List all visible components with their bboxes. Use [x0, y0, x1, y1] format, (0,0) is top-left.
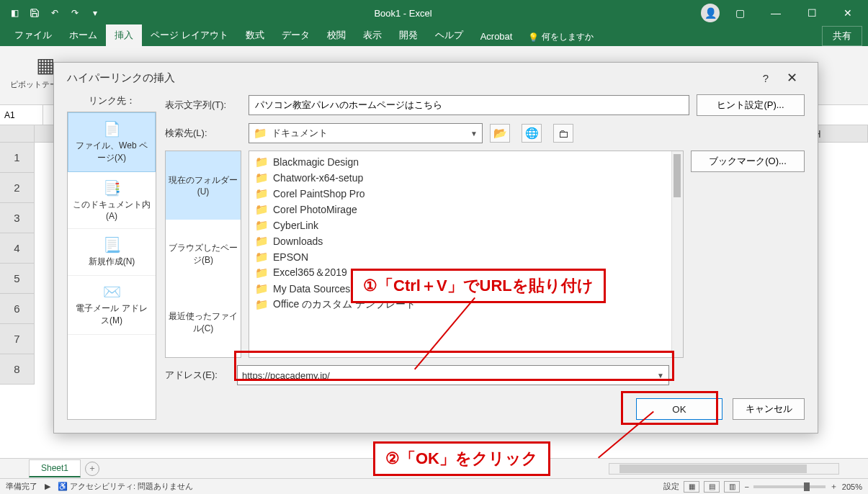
list-item[interactable]: 📁CyberLink — [255, 217, 677, 233]
status-ready: 準備完了 — [6, 481, 37, 492]
display-settings[interactable]: 設定 — [663, 481, 679, 492]
text-to-display-input[interactable] — [249, 95, 689, 115]
hscroll-thumb[interactable] — [619, 464, 807, 473]
view-normal-icon[interactable]: ▦ — [684, 481, 699, 493]
ok-button[interactable]: OK — [636, 398, 722, 420]
look-in-row: 検索先(L): 📁 ドキュメント ▼ 📂 🌐 🗀 — [165, 123, 805, 143]
row-header[interactable]: 4 — [0, 233, 35, 264]
folder-icon: 📁 — [255, 203, 269, 216]
qat-more-icon[interactable]: ▾ — [86, 4, 104, 22]
link-opt-email[interactable]: ✉️ 電子メール アドレス(M) — [68, 276, 156, 335]
maximize-icon[interactable]: ☐ — [796, 0, 828, 26]
list-item[interactable]: 📁Downloads — [255, 233, 677, 249]
zoom-level[interactable]: 205% — [842, 482, 862, 491]
tab-review[interactable]: 校閲 — [318, 24, 354, 46]
dialog-close-icon[interactable]: ✕ — [779, 70, 805, 86]
accessibility-status[interactable]: ♿ アクセシビリティ: 問題ありません — [58, 481, 193, 492]
name-box[interactable]: A1 — [0, 105, 43, 125]
share-button[interactable]: 共有 — [822, 26, 862, 46]
zoom-in-icon[interactable]: ＋ — [830, 481, 838, 492]
list-item[interactable]: 📁Blackmagic Design — [255, 154, 677, 170]
text-to-display-row: 表示文字列(T): ヒント設定(P)... — [165, 94, 805, 116]
link-opt-this-doc[interactable]: 📑 このドキュメント内(A) — [68, 172, 156, 229]
tab-file[interactable]: ファイル — [6, 24, 61, 46]
up-one-level-icon[interactable]: 📂 — [490, 124, 510, 143]
list-item[interactable]: 📁EPSON — [255, 249, 677, 265]
browse-tab-current-folder[interactable]: 現在のフォルダー(U) — [166, 151, 241, 220]
link-opt-file-web[interactable]: 📄 ファイル、Web ページ(X) — [68, 112, 156, 172]
browse-file-icon[interactable]: 🗀 — [553, 124, 573, 143]
look-in-dropdown[interactable]: 📁 ドキュメント ▼ — [249, 123, 483, 143]
address-value: https://pcacademy.jp/ — [242, 370, 653, 381]
insert-hyperlink-dialog: ハイパーリンクの挿入 ? ✕ リンク先： 📄 ファイル、Web ページ(X) 📑… — [53, 62, 818, 434]
titlebar-right: 👤 ▢ — ☐ ✕ — [697, 0, 868, 26]
file-list-scrollbar[interactable] — [671, 151, 683, 357]
list-item[interactable]: 📁Office のカスタム テンプレート — [255, 297, 677, 313]
list-item[interactable]: 📁My Data Sources — [255, 281, 677, 297]
browse-row: 現在のフォルダー(U) ブラウズしたページ(B) 最近使ったファイル(C) 📁B… — [165, 151, 805, 358]
dialog-titlebar: ハイパーリンクの挿入 ? ✕ — [54, 63, 818, 89]
save-icon[interactable] — [26, 4, 43, 22]
screentip-button[interactable]: ヒント設定(P)... — [697, 94, 805, 116]
tab-data[interactable]: データ — [273, 24, 318, 46]
macro-record-icon[interactable]: ▶ — [45, 482, 50, 491]
text-to-display-label: 表示文字列(T): — [165, 99, 241, 112]
row-header[interactable]: 6 — [0, 294, 35, 324]
bookmark-button[interactable]: ブックマーク(O)... — [691, 151, 805, 172]
list-item[interactable]: 📁Excel365＆2019 — [255, 265, 677, 281]
tab-developer[interactable]: 開発 — [390, 24, 426, 46]
folder-icon: 📁 — [255, 219, 269, 232]
list-item[interactable]: 📁Chatwork-x64-setup — [255, 170, 677, 186]
close-icon[interactable]: ✕ — [832, 0, 864, 26]
tab-help[interactable]: ヘルプ — [426, 24, 472, 46]
sheet-tab-sheet1[interactable]: Sheet1 — [29, 459, 81, 477]
folder-icon: 📁 — [255, 156, 269, 169]
tab-view[interactable]: 表示 — [354, 24, 390, 46]
dialog-help-icon[interactable]: ? — [753, 72, 779, 84]
folder-icon: 📁 — [255, 298, 269, 311]
zoom-slider-thumb[interactable] — [804, 482, 810, 491]
autosave-toggle[interactable]: ◧ — [6, 4, 23, 22]
ribbon-tabs: ファイル ホーム 挿入 ページ レイアウト 数式 データ 校閲 表示 開発 ヘル… — [0, 26, 868, 46]
row-header[interactable]: 5 — [0, 264, 35, 294]
minimize-icon[interactable]: — — [760, 0, 792, 26]
row-header[interactable]: 2 — [0, 173, 35, 203]
tab-page-layout[interactable]: ページ レイアウト — [142, 24, 237, 46]
horizontal-scrollbar[interactable] — [609, 463, 839, 475]
address-combo[interactable]: https://pcacademy.jp/ ▼ — [237, 365, 669, 385]
view-page-layout-icon[interactable]: ▤ — [704, 481, 720, 493]
dialog-body: リンク先： 📄 ファイル、Web ページ(X) 📑 このドキュメント内(A) 📃… — [54, 89, 818, 430]
address-label: アドレス(E): — [165, 369, 230, 382]
globe-file-icon: 📄 — [73, 120, 151, 138]
link-opt-new-doc[interactable]: 📃 新規作成(N) — [68, 229, 156, 276]
scrollbar-thumb[interactable] — [674, 154, 681, 197]
browse-web-icon[interactable]: 🌐 — [522, 124, 542, 143]
row-header[interactable]: 3 — [0, 203, 35, 233]
ribbon-display-options-icon[interactable]: ▢ — [724, 0, 756, 26]
browse-tab-browsed-pages[interactable]: ブラウズしたページ(B) — [166, 220, 241, 288]
zoom-out-icon[interactable]: − — [744, 482, 748, 491]
pivot-table-icon: ▦ — [36, 50, 55, 79]
select-all-corner[interactable] — [0, 125, 35, 142]
redo-icon[interactable]: ↷ — [66, 4, 84, 22]
tab-formulas[interactable]: 数式 — [237, 24, 273, 46]
cancel-button[interactable]: キャンセル — [733, 398, 805, 420]
user-avatar[interactable]: 👤 — [701, 4, 720, 22]
tab-insert[interactable]: 挿入 — [106, 24, 142, 46]
tell-me-search[interactable]: 💡 何をしますか — [521, 28, 601, 46]
list-item[interactable]: 📁Corel PaintShop Pro — [255, 186, 677, 202]
row-header[interactable]: 8 — [0, 354, 35, 385]
tab-home[interactable]: ホーム — [61, 24, 106, 46]
tab-acrobat[interactable]: Acrobat — [472, 27, 522, 46]
browse-tab-recent-files[interactable]: 最近使ったファイル(C) — [166, 289, 241, 357]
folder-icon: 📁 — [255, 235, 269, 248]
zoom-slider[interactable] — [753, 485, 826, 488]
row-header[interactable]: 1 — [0, 143, 35, 173]
view-page-break-icon[interactable]: ▥ — [724, 481, 740, 493]
list-item[interactable]: 📁Corel PhotoMirage — [255, 202, 677, 217]
file-list[interactable]: 📁Blackmagic Design 📁Chatwork-x64-setup 📁… — [249, 151, 684, 358]
row-header[interactable]: 7 — [0, 324, 35, 354]
undo-icon[interactable]: ↶ — [46, 4, 63, 22]
add-sheet-button[interactable]: ＋ — [85, 462, 99, 476]
dialog-main-column: 表示文字列(T): ヒント設定(P)... 検索先(L): 📁 ドキュメント ▼… — [165, 94, 805, 420]
